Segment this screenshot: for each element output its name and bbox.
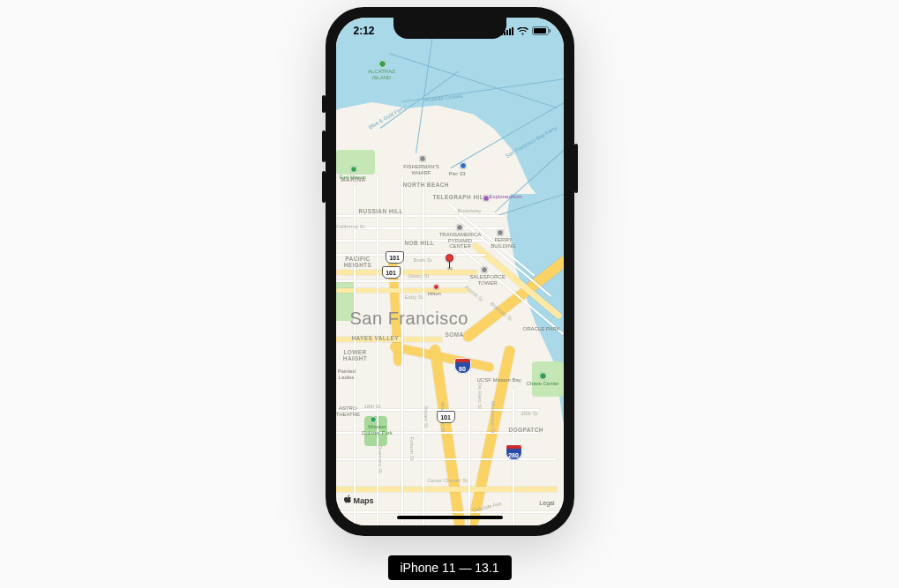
street: [468, 370, 470, 525]
street: [336, 215, 504, 217]
home-indicator[interactable]: [397, 516, 503, 519]
poi-ferry: FERRY BUILDING: [486, 237, 521, 249]
park: [356, 157, 373, 175]
poi-ferry-icon[interactable]: [497, 229, 504, 236]
shield-us-101: 101: [382, 266, 401, 279]
poi-alcatraz: ALCATRAZ ISLAND: [363, 69, 401, 80]
shield-us-101: 101: [386, 251, 404, 264]
street-label: Eddy St: [405, 294, 423, 300]
street-label: Mississippi St: [491, 401, 496, 433]
poi-fortmason: Fort Mason: [340, 175, 366, 181]
map-pin[interactable]: [446, 254, 454, 263]
simulator-caption: iPhone 11 — 13.1: [387, 555, 511, 580]
poi-pier33: Pier 33: [449, 171, 466, 177]
street-label: Broadway: [458, 208, 482, 213]
svg-rect-4: [512, 27, 513, 35]
poi-exploratorium-icon[interactable]: [483, 195, 490, 202]
street-label: Guerrero St: [377, 445, 382, 473]
district-label: TELEGRAPH HILL: [433, 194, 488, 200]
poi-dolores-icon[interactable]: [370, 416, 377, 423]
street-label: De Haro St: [476, 383, 482, 409]
i-280: [467, 345, 515, 525]
street-label: Folsom St: [408, 436, 414, 460]
shield-i-280: 280: [506, 444, 522, 460]
map-attribution: Maps: [344, 495, 374, 506]
battery-icon: [532, 26, 551, 38]
poi-salesforce: SALESFORCE TOWER: [467, 274, 509, 286]
district-label: RUSSIAN HILL: [359, 208, 403, 214]
poi-hilton: Hilton: [428, 291, 441, 297]
poi-chase-icon[interactable]: [539, 372, 547, 380]
street-label: California St: [336, 224, 365, 229]
poi-ucsf: UCSF Mission Bay: [477, 377, 521, 383]
road-arterial: [336, 270, 477, 275]
map-attribution-text: Maps: [354, 496, 374, 505]
power-button[interactable]: [574, 144, 578, 193]
svg-rect-3: [509, 29, 511, 36]
district-label: HAYES VALLEY: [352, 335, 400, 341]
street-label: Bryant St: [423, 406, 429, 428]
wifi-icon: [517, 26, 528, 38]
district-label: DOGPATCH: [509, 427, 543, 433]
street-label: 18th St: [364, 404, 381, 409]
poi-salesforce-icon[interactable]: [481, 266, 488, 273]
svg-rect-2: [506, 30, 508, 35]
poi-transamerica-icon[interactable]: [456, 224, 463, 231]
district-label: LOWER HAIGHT: [336, 349, 375, 361]
svg-rect-6: [534, 28, 546, 33]
district-label: NORTH BEACH: [403, 182, 449, 188]
street: [423, 172, 424, 525]
street: [336, 511, 564, 513]
district-label: SOMA: [446, 331, 464, 338]
street: [336, 458, 557, 460]
district-label: NOB HILL: [405, 240, 435, 246]
status-time: 2:12: [354, 25, 375, 37]
mute-switch[interactable]: [322, 95, 326, 113]
park: [532, 361, 564, 397]
notch: [393, 18, 506, 39]
poi-pier33-icon[interactable]: [460, 162, 467, 169]
ferry-label: Blue & Gold Ferry: [367, 104, 406, 130]
street-label: Fourth St: [463, 285, 483, 302]
map-viewport[interactable]: Alcatraz Cruises Blue & Gold Ferry San F…: [336, 18, 564, 525]
street-label: 20th St: [521, 411, 538, 416]
city-title: San Francisco: [350, 309, 468, 329]
apple-logo-icon: [344, 495, 352, 506]
map-legal-link[interactable]: Legal: [539, 500, 554, 506]
volume-up-button[interactable]: [322, 130, 326, 162]
poi-fishermans-icon[interactable]: [419, 155, 426, 162]
screen: 2:12: [336, 18, 564, 525]
shield-us-101: 101: [437, 411, 455, 423]
street: [401, 176, 403, 525]
poi-painted: Painted Ladies: [338, 368, 356, 380]
poi-alcatraz-icon[interactable]: [378, 60, 386, 68]
poi-hilton-icon[interactable]: [433, 284, 439, 290]
poi-chase: Chase Center: [527, 381, 559, 387]
street-label: Bush St: [414, 257, 432, 263]
poi-fishermans: FISHERMAN'S WHARF: [398, 164, 446, 175]
district-label: PACIFIC HEIGHTS: [336, 256, 384, 268]
poi-dolores: Mission Dolores Park: [356, 424, 400, 435]
volume-down-button[interactable]: [322, 171, 326, 203]
poi-fortmason-icon[interactable]: [350, 166, 357, 173]
poi-exploratorium: Exploratorium: [490, 194, 522, 200]
shield-i-80: 80: [454, 358, 471, 374]
poi-theatre: ASTRO THEATRE: [336, 406, 361, 417]
poi-transamerica: TRANSAMERICA PYRAMID CENTER: [437, 232, 484, 249]
svg-rect-7: [549, 29, 551, 33]
phone-frame: 2:12: [326, 7, 574, 536]
road-arterial: [336, 487, 557, 492]
street-label: Cesar Chavez St: [428, 478, 468, 483]
poi-oracle: ORACLE PARK: [523, 326, 560, 332]
street-label: Geary St: [408, 273, 430, 279]
